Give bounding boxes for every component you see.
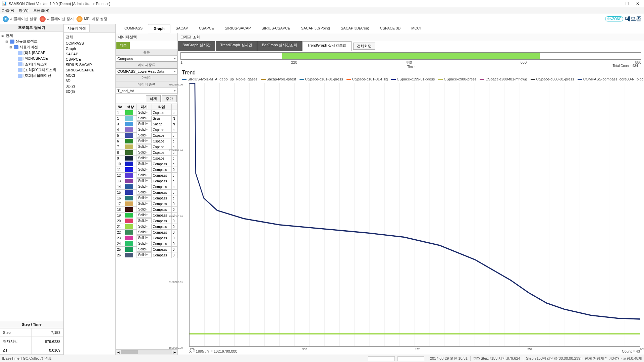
mid-list-item[interactable]: COMPASS — [66, 41, 113, 46]
window-title: SAMSON Client Version 1.0.0 (Demo) [Admi… — [9, 2, 110, 6]
table-row[interactable]: 11SolidCompass0 — [116, 167, 177, 173]
table-row[interactable]: 16SolidCompassc — [116, 195, 177, 201]
run-button[interactable]: 시뮬레이션 실행 — [3, 16, 37, 22]
ds-label-datakind2: 데이터 종류 — [116, 81, 177, 88]
table-row[interactable]: 23SolidCompass0 — [116, 235, 177, 241]
user-icon — [76, 16, 83, 22]
delete-button[interactable]: 삭제 — [146, 95, 161, 102]
tree-node[interactable]: [조회]시뮬레이션 — [1, 73, 63, 78]
tree-root[interactable]: ▣전체 — [1, 33, 63, 39]
add-button[interactable]: 추가 — [162, 95, 177, 102]
data-select-header: 데이타선택 — [116, 33, 177, 41]
count-readout: Count = 43 — [622, 349, 640, 353]
mid-list-item[interactable]: MCCI — [66, 73, 113, 78]
cursor-readout: X = 1895 , Y = 16216790.000 — [189, 349, 237, 353]
fullscreen-button[interactable]: 전체화면 — [353, 43, 375, 50]
graph-sub-tab[interactable]: BarGraph 실시간조회 — [257, 41, 302, 51]
table-row[interactable]: 20SolidCompass0 — [116, 218, 177, 224]
menu-file[interactable]: 파일(F) — [2, 8, 14, 13]
mid-list-item[interactable]: Graph — [66, 46, 113, 51]
table-row[interactable]: 21SolidCompass0 — [116, 224, 177, 230]
module-tab[interactable]: CSPACE 3D — [375, 24, 406, 33]
series-table[interactable]: No색상대시타입1SolidCspacec1SolidSirusN3SolidS… — [116, 104, 177, 349]
data-select-tab-basic[interactable]: 기본 — [116, 42, 130, 49]
tree-new-project[interactable]: ⊟신규프로젝트 — [1, 39, 63, 44]
table-row[interactable]: 22SolidCompass0 — [116, 230, 177, 235]
mid-list-item[interactable]: 3D(2) — [66, 84, 113, 88]
module-tab[interactable]: MCCI — [406, 24, 426, 33]
table-row[interactable]: 19SolidCompass0 — [116, 213, 177, 218]
close-icon[interactable]: ✕ — [636, 1, 639, 6]
scroll-left-icon[interactable]: ◄ — [116, 350, 121, 354]
mpi-button[interactable]: MPI 계정 설정 — [76, 16, 107, 22]
module-tab[interactable]: SACAP 3D(Area) — [335, 24, 375, 33]
step-label: ΔT — [0, 346, 32, 355]
table-row[interactable]: 3SolidSacapN — [116, 121, 177, 127]
menu-help[interactable]: 도움말(H) — [33, 8, 49, 13]
project-tree[interactable]: ▣전체 ⊟신규프로젝트 ⊟시뮬레이션 [작화]SACAP[작화]CSPACE[조… — [0, 32, 63, 321]
graph-sub-tab[interactable]: TrendGraph 실시간조회 — [302, 41, 352, 51]
mid-list-item[interactable]: 3D(3) — [66, 89, 113, 94]
scroll-right-icon[interactable]: ► — [172, 350, 177, 354]
stop-button[interactable]: 시뮬레이션 정지 — [40, 16, 74, 22]
table-row[interactable]: 14SolidCompassc — [116, 184, 177, 190]
module-tab[interactable]: SIRIUS-SACAP — [219, 24, 256, 33]
mid-list-item[interactable]: CSAPCE — [66, 57, 113, 62]
table-row[interactable]: 24SolidCompass0 — [116, 241, 177, 247]
table-row[interactable]: 4SolidCspacec — [116, 127, 177, 133]
table-row[interactable]: 1SolidSirusN — [116, 116, 177, 121]
table-row[interactable]: 1SolidCspacec — [116, 110, 177, 116]
table-row[interactable]: 13SolidCompassc — [116, 178, 177, 184]
module-tab[interactable]: SIRIUS-CSAPCE — [256, 24, 296, 33]
module-tab[interactable]: SACAP — [170, 24, 194, 33]
tree-simulation[interactable]: ⊟시뮬레이션 — [1, 44, 63, 50]
time-range-bar[interactable] — [180, 52, 641, 60]
ds-select-datakind2[interactable]: T_cori_tot — [116, 88, 177, 94]
table-row[interactable]: 10SolidCompassc — [116, 161, 177, 167]
ds-select-datakind1[interactable]: COMPASS_LowerHeadData — [116, 68, 177, 74]
mid-root-label[interactable]: 전체 — [66, 34, 113, 40]
table-row[interactable]: 5SolidCspacec — [116, 133, 177, 138]
module-tab[interactable]: COMPASS — [119, 24, 148, 33]
mid-list-item[interactable]: SACAP — [66, 52, 113, 56]
tree-node[interactable]: [작화]CSPACE — [1, 56, 63, 61]
status-bar: [BaseTimer] GC.Collect() 완료 2017-08-29 오… — [0, 355, 644, 362]
table-row[interactable]: 26SolidCompass0 — [116, 252, 177, 258]
table-row[interactable]: 9SolidCspacec — [116, 156, 177, 161]
table-row[interactable]: 17SolidCompass0 — [116, 201, 177, 207]
series-hscroll[interactable]: ◄ ► — [116, 349, 177, 355]
mid-list-item[interactable]: SIRIUS-CSAPCE — [66, 68, 113, 72]
status-box-2 — [397, 356, 424, 361]
tree-node[interactable]: [조회]XY그래프조회 — [1, 67, 63, 73]
minimize-icon[interactable]: — — [615, 1, 619, 6]
table-row[interactable]: 12SolidCompassc — [116, 173, 177, 178]
step-time-header: Step / Time — [0, 321, 63, 328]
step-label: 현재시간 — [0, 337, 32, 346]
table-row[interactable]: 8SolidCspacec — [116, 150, 177, 156]
data-select-panel: 데이타선택 기본 종류 Compass 데이터 종류 COMPASS_Lower… — [116, 33, 178, 355]
table-row[interactable]: 6SolidCspacec — [116, 138, 177, 144]
module-tab[interactable]: CSAPCE — [194, 24, 219, 33]
step-value: 0.0109 — [31, 346, 63, 355]
sim-tab-strip: 시뮬레이션 — [64, 24, 115, 33]
table-row[interactable]: 15SolidCompassc — [116, 190, 177, 195]
menu-window[interactable]: 창(W) — [19, 8, 29, 13]
module-tab[interactable]: SACAP 3D(Point) — [296, 24, 335, 33]
table-row[interactable]: 7SolidCspacec — [116, 144, 177, 150]
graph-sub-tab[interactable]: TrendGraph 실시간 — [216, 41, 257, 51]
maximize-icon[interactable]: ❐ — [626, 1, 629, 6]
mid-list-item[interactable]: SIRIUS-SACAP — [66, 62, 113, 67]
table-row[interactable]: 25SolidCompass0 — [116, 247, 177, 252]
stop-icon — [40, 16, 46, 22]
module-tab[interactable]: Graph — [148, 24, 170, 33]
graph-header: 그래프 조회 — [178, 33, 644, 41]
graph-sub-tab[interactable]: BarGraph 실시간 — [178, 41, 215, 51]
trend-chart[interactable]: 7992302.002794401.447996500.883198600.31… — [189, 83, 640, 347]
brand-logo: devZONE 데브존 — [605, 15, 641, 22]
tree-node[interactable]: [작화]SACAP — [1, 50, 63, 56]
mid-list-item[interactable]: 3D — [66, 78, 113, 83]
tab-simulation[interactable]: 시뮬레이션 — [64, 24, 90, 32]
table-row[interactable]: 18SolidCompass0 — [116, 207, 177, 213]
tree-node[interactable]: [조회]기록조회 — [1, 61, 63, 67]
ds-select-kind[interactable]: Compass — [116, 56, 177, 62]
